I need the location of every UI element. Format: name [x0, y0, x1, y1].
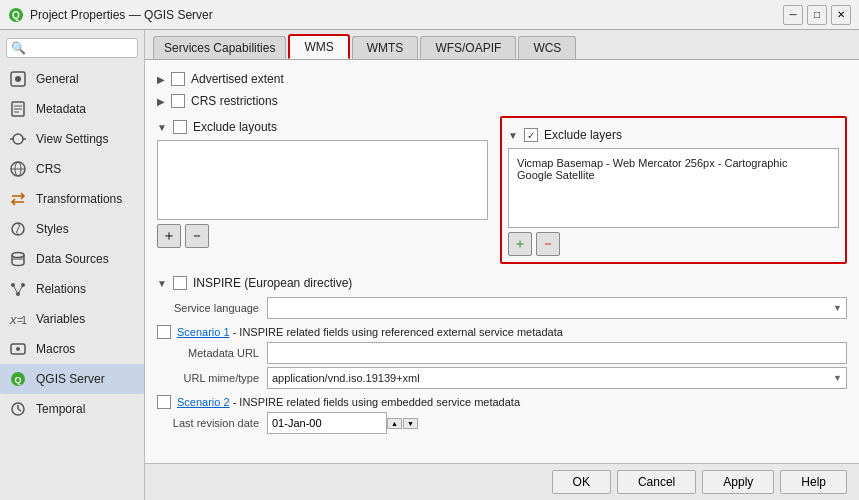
crs-icon — [8, 159, 28, 179]
svg-line-21 — [18, 285, 23, 294]
scenario2-row: Scenario 2 - INSPIRE related fields usin… — [157, 395, 847, 409]
exclude-layers-label: Exclude layers — [544, 128, 622, 142]
url-mime-combo[interactable]: application/vnd.iso.19139+xml ▼ — [267, 367, 847, 389]
inspire-row[interactable]: ▼ INSPIRE (European directive) — [157, 272, 847, 294]
window-title: Project Properties — QGIS Server — [30, 8, 213, 22]
exclude-layers-remove-button[interactable]: － — [536, 232, 560, 256]
tab-wfs-oapif[interactable]: WFS/OAPIF — [420, 36, 516, 59]
sidebar-label-metadata: Metadata — [36, 102, 86, 116]
scenario2-link[interactable]: Scenario 2 — [177, 396, 230, 408]
advertised-extent-row[interactable]: ▶ Advertised extent — [157, 68, 847, 90]
sidebar-item-transformations[interactable]: Transformations — [0, 184, 144, 214]
sidebar-item-general[interactable]: General — [0, 64, 144, 94]
help-button[interactable]: Help — [780, 470, 847, 494]
crs-restrictions-checkbox[interactable] — [171, 94, 185, 108]
exclude-layouts-remove-button[interactable]: － — [185, 224, 209, 248]
sidebar-item-view-settings[interactable]: View Settings — [0, 124, 144, 154]
search-icon: 🔍 — [11, 41, 26, 55]
ok-button[interactable]: OK — [552, 470, 611, 494]
apply-button[interactable]: Apply — [702, 470, 774, 494]
sidebar-label-relations: Relations — [36, 282, 86, 296]
search-input[interactable] — [26, 42, 133, 54]
styles-icon — [8, 219, 28, 239]
sidebar-item-variables[interactable]: x=1 Variables — [0, 304, 144, 334]
maximize-button[interactable]: □ — [807, 5, 827, 25]
metadata-url-input[interactable] — [267, 342, 847, 364]
crs-restrictions-arrow: ▶ — [157, 96, 165, 107]
last-revision-up-button[interactable]: ▲ — [387, 418, 402, 429]
cancel-button[interactable]: Cancel — [617, 470, 696, 494]
svg-point-26 — [16, 347, 20, 351]
sidebar-item-qgis-server[interactable]: Q QGIS Server — [0, 364, 144, 394]
exclude-section: ▼ Exclude layouts ＋ － ▼ Exclude — [157, 116, 847, 264]
advertised-extent-checkbox[interactable] — [171, 72, 185, 86]
service-language-arrow: ▼ — [833, 303, 842, 313]
exclude-layers-list[interactable]: Vicmap Basemap - Web Mercator 256px - Ca… — [508, 148, 839, 228]
last-revision-input[interactable] — [267, 412, 387, 434]
relations-icon — [8, 279, 28, 299]
url-mime-label: URL mime/type — [157, 372, 267, 384]
advertised-extent-label: Advertised extent — [191, 72, 284, 86]
svg-text:Q: Q — [14, 375, 21, 385]
tab-wmts[interactable]: WMTS — [352, 36, 419, 59]
scenario1-checkbox[interactable] — [157, 325, 171, 339]
sidebar-label-data-sources: Data Sources — [36, 252, 109, 266]
footer: OK Cancel Apply Help — [145, 463, 859, 500]
minimize-button[interactable]: ─ — [783, 5, 803, 25]
exclude-layers-arrow: ▼ — [508, 130, 518, 141]
sidebar-label-general: General — [36, 72, 79, 86]
exclude-layouts-col: ▼ Exclude layouts ＋ － — [157, 116, 488, 264]
tab-wms[interactable]: WMS — [288, 34, 349, 59]
title-bar: Q Project Properties — QGIS Server ─ □ ✕ — [0, 0, 859, 30]
view-settings-icon — [8, 129, 28, 149]
service-language-combo[interactable]: ▼ — [267, 297, 847, 319]
data-sources-icon — [8, 249, 28, 269]
sidebar-item-crs[interactable]: CRS — [0, 154, 144, 184]
sidebar-item-temporal[interactable]: Temporal — [0, 394, 144, 424]
exclude-layouts-list[interactable] — [157, 140, 488, 220]
exclude-layers-add-button[interactable]: ＋ — [508, 232, 532, 256]
url-mime-value: application/vnd.iso.19139+xml — [272, 372, 420, 384]
url-mime-row: URL mime/type application/vnd.iso.19139+… — [157, 367, 847, 389]
metadata-url-row: Metadata URL — [157, 342, 847, 364]
sidebar-item-data-sources[interactable]: Data Sources — [0, 244, 144, 274]
svg-text:Q: Q — [12, 10, 20, 21]
exclude-layouts-add-button[interactable]: ＋ — [157, 224, 181, 248]
advertised-extent-arrow: ▶ — [157, 74, 165, 85]
exclude-layers-content: Vicmap Basemap - Web Mercator 256px - Ca… — [513, 153, 834, 185]
inspire-label: INSPIRE (European directive) — [193, 276, 352, 290]
svg-point-8 — [13, 134, 23, 144]
exclude-layouts-btn-row: ＋ － — [157, 224, 488, 248]
scenario2-checkbox[interactable] — [157, 395, 171, 409]
content-area: Services Capabilities WMS WMTS WFS/OAPIF… — [145, 30, 859, 500]
exclude-layouts-checkbox[interactable] — [173, 120, 187, 134]
svg-line-31 — [18, 409, 21, 411]
exclude-layouts-row[interactable]: ▼ Exclude layouts — [157, 116, 488, 138]
inspire-arrow: ▼ — [157, 278, 167, 289]
inspire-section: ▼ INSPIRE (European directive) Service l… — [157, 272, 847, 434]
search-box[interactable]: 🔍 — [6, 38, 138, 58]
temporal-icon — [8, 399, 28, 419]
sidebar-item-relations[interactable]: Relations — [0, 274, 144, 304]
variables-icon: x=1 — [8, 309, 28, 329]
exclude-layers-col: ▼ Exclude layers Vicmap Basemap - Web Me… — [500, 116, 847, 264]
scenario1-link[interactable]: Scenario 1 — [177, 326, 230, 338]
main-scroll-area[interactable]: ▶ Advertised extent ▶ CRS restrictions ▼… — [145, 60, 859, 463]
sidebar-item-metadata[interactable]: Metadata — [0, 94, 144, 124]
last-revision-row: Last revision date ▲ ▼ — [157, 412, 847, 434]
tab-services[interactable]: Services Capabilities — [153, 36, 286, 59]
tab-wcs[interactable]: WCS — [518, 36, 576, 59]
sidebar-label-temporal: Temporal — [36, 402, 85, 416]
scenario1-row: Scenario 1 - INSPIRE related fields usin… — [157, 325, 847, 339]
sidebar-label-qgis-server: QGIS Server — [36, 372, 105, 386]
exclude-layers-header: ▼ Exclude layers — [508, 124, 839, 146]
exclude-layers-checkbox[interactable] — [524, 128, 538, 142]
last-revision-down-button[interactable]: ▼ — [403, 418, 418, 429]
sidebar-item-styles[interactable]: Styles — [0, 214, 144, 244]
close-button[interactable]: ✕ — [831, 5, 851, 25]
inspire-checkbox[interactable] — [173, 276, 187, 290]
exclude-layouts-arrow: ▼ — [157, 122, 167, 133]
sidebar-label-styles: Styles — [36, 222, 69, 236]
sidebar-item-macros[interactable]: Macros — [0, 334, 144, 364]
crs-restrictions-row[interactable]: ▶ CRS restrictions — [157, 90, 847, 112]
